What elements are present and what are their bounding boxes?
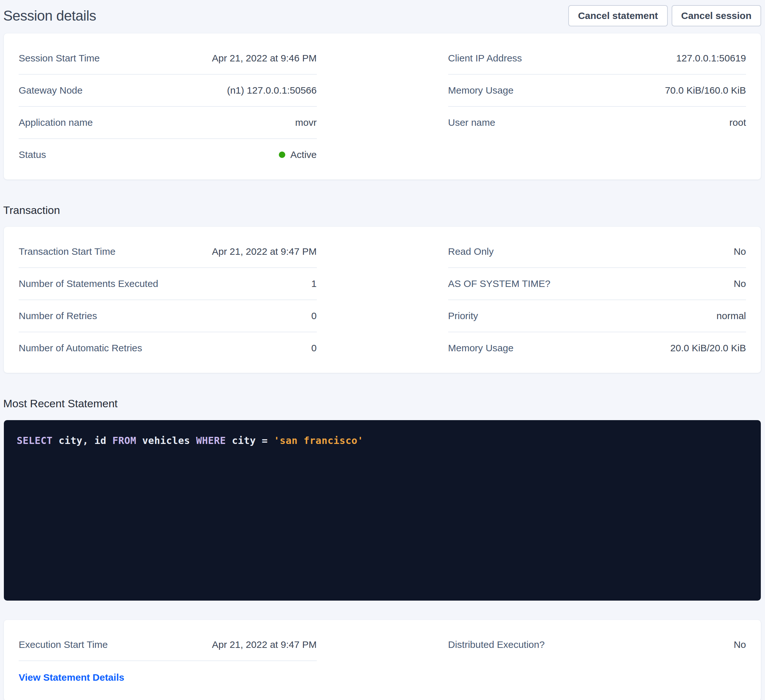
- cancel-session-button[interactable]: Cancel session: [672, 5, 761, 27]
- statement-details-link-row: View Statement Details: [19, 661, 317, 692]
- row-automatic-retries: Number of Automatic Retries 0: [19, 332, 317, 364]
- statements-executed-label: Number of Statements Executed: [19, 278, 158, 289]
- automatic-retries-value: 0: [311, 342, 317, 353]
- execution-left-column: Execution Start Time Apr 21, 2022 at 9:4…: [19, 629, 317, 692]
- row-transaction-memory-usage: Memory Usage 20.0 KiB/20.0 KiB: [448, 332, 746, 364]
- transaction-start-time-label: Transaction Start Time: [19, 246, 116, 257]
- statements-executed-value: 1: [311, 278, 317, 289]
- row-session-memory-usage: Memory Usage 70.0 KiB/160.0 KiB: [448, 75, 746, 107]
- session-summary-card: Session Start Time Apr 21, 2022 at 9:46 …: [4, 33, 761, 179]
- transaction-memory-usage-value: 20.0 KiB/20.0 KiB: [671, 342, 746, 353]
- session-start-time-value: Apr 21, 2022 at 9:46 PM: [212, 53, 316, 64]
- transaction-memory-usage-label: Memory Usage: [448, 342, 513, 353]
- sql-string-literal: 'san francisco': [274, 435, 363, 446]
- transaction-right-column: Read Only No AS OF SYSTEM TIME? No Prior…: [448, 236, 746, 364]
- application-name-label: Application name: [19, 117, 93, 128]
- status-label: Status: [19, 149, 46, 160]
- sql-statement-block: SELECT city, id FROM vehicles WHERE city…: [4, 420, 761, 601]
- row-status: Status Active: [19, 139, 317, 171]
- session-start-time-label: Session Start Time: [19, 53, 100, 64]
- as-of-system-time-value: No: [734, 278, 746, 289]
- sql-condition: city =: [226, 435, 274, 446]
- session-summary-left-column: Session Start Time Apr 21, 2022 at 9:46 …: [19, 42, 317, 171]
- row-session-start-time: Session Start Time Apr 21, 2022 at 9:46 …: [19, 42, 317, 75]
- row-user-name: User name root: [448, 107, 746, 138]
- transaction-section-title: Transaction: [3, 204, 762, 217]
- row-execution-start-time: Execution Start Time Apr 21, 2022 at 9:4…: [19, 629, 317, 661]
- page-header: Session details Cancel statement Cancel …: [0, 0, 765, 33]
- sql-from-keyword: FROM: [112, 435, 136, 446]
- number-of-retries-value: 0: [311, 311, 317, 321]
- gateway-node-label: Gateway Node: [19, 85, 82, 96]
- row-as-of-system-time: AS OF SYSTEM TIME? No: [448, 268, 746, 300]
- header-actions: Cancel statement Cancel session: [568, 5, 761, 27]
- row-statements-executed: Number of Statements Executed 1: [19, 268, 317, 300]
- transaction-left-column: Transaction Start Time Apr 21, 2022 at 9…: [19, 236, 317, 364]
- status-badge: Active: [279, 149, 317, 160]
- row-read-only: Read Only No: [448, 236, 746, 268]
- row-client-ip: Client IP Address 127.0.0.1:50619: [448, 42, 746, 75]
- sql-where-keyword: WHERE: [196, 435, 226, 446]
- row-number-of-retries: Number of Retries 0: [19, 300, 317, 332]
- cancel-statement-button[interactable]: Cancel statement: [568, 5, 667, 27]
- user-name-label: User name: [448, 117, 496, 128]
- row-priority: Priority normal: [448, 300, 746, 332]
- distributed-execution-label: Distributed Execution?: [448, 639, 545, 650]
- gateway-node-link[interactable]: (n1) 127.0.0.1:50566: [227, 85, 317, 96]
- row-distributed-execution: Distributed Execution? No: [448, 629, 746, 661]
- session-summary-right-column: Client IP Address 127.0.0.1:50619 Memory…: [448, 42, 746, 171]
- page-title: Session details: [3, 8, 96, 24]
- row-gateway-node: Gateway Node (n1) 127.0.0.1:50566: [19, 75, 317, 107]
- sql-statement-text: SELECT city, id FROM vehicles WHERE city…: [17, 435, 364, 446]
- session-details-page: Session details Cancel statement Cancel …: [0, 0, 765, 700]
- session-memory-usage-value: 70.0 KiB/160.0 KiB: [665, 85, 746, 96]
- view-statement-details-link[interactable]: View Statement Details: [19, 672, 124, 683]
- statement-section-title: Most Recent Statement: [3, 397, 762, 410]
- transaction-start-time-value: Apr 21, 2022 at 9:47 PM: [212, 246, 316, 257]
- read-only-value: No: [734, 246, 746, 257]
- application-name-value: movr: [295, 117, 317, 128]
- automatic-retries-label: Number of Automatic Retries: [19, 342, 142, 353]
- execution-start-time-label: Execution Start Time: [19, 639, 108, 650]
- read-only-label: Read Only: [448, 246, 494, 257]
- user-name-value: root: [729, 117, 746, 128]
- priority-value: normal: [716, 311, 746, 321]
- sql-select-keyword: SELECT: [17, 435, 52, 446]
- row-transaction-start-time: Transaction Start Time Apr 21, 2022 at 9…: [19, 236, 317, 268]
- status-active-dot-icon: [279, 152, 285, 158]
- execution-right-column: Distributed Execution? No: [448, 629, 746, 692]
- distributed-execution-value: No: [734, 639, 746, 650]
- client-ip-label: Client IP Address: [448, 53, 522, 64]
- row-application-name: Application name movr: [19, 107, 317, 139]
- session-memory-usage-label: Memory Usage: [448, 85, 513, 96]
- execution-start-time-value: Apr 21, 2022 at 9:47 PM: [212, 639, 316, 650]
- status-value: Active: [290, 149, 317, 160]
- sql-table-name: vehicles: [136, 435, 196, 446]
- client-ip-value: 127.0.0.1:50619: [676, 53, 746, 64]
- as-of-system-time-label: AS OF SYSTEM TIME?: [448, 278, 551, 289]
- execution-card: Execution Start Time Apr 21, 2022 at 9:4…: [4, 620, 761, 700]
- sql-columns: city, id: [52, 435, 112, 446]
- priority-label: Priority: [448, 311, 478, 321]
- number-of-retries-label: Number of Retries: [19, 311, 97, 321]
- transaction-card: Transaction Start Time Apr 21, 2022 at 9…: [4, 227, 761, 373]
